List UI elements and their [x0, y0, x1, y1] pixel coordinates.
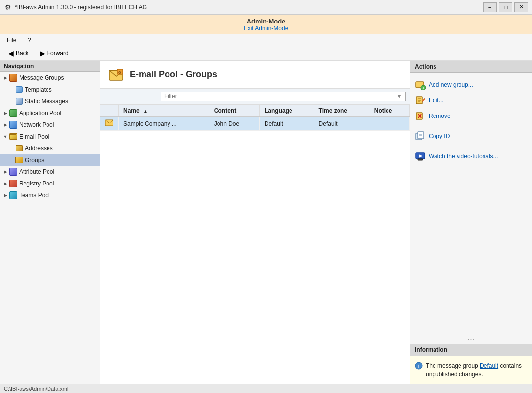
forward-button[interactable]: ▶ Forward: [35, 47, 73, 59]
attribute-pool-icon: [9, 167, 18, 176]
content-page-title: E-mail Pool - Groups: [130, 69, 217, 80]
sidebar-item-application-pool[interactable]: ▶ Application Pool: [0, 107, 100, 119]
templates-icon: [15, 85, 24, 94]
window-controls: − □ ✕: [483, 2, 528, 12]
sidebar-item-label-application-pool: Application Pool: [19, 110, 61, 116]
application-pool-icon: [9, 109, 18, 117]
sidebar-item-label-registry-pool: Registry Pool: [19, 180, 54, 187]
maximize-button[interactable]: □: [499, 2, 512, 12]
svg-rect-22: [418, 159, 423, 160]
back-button[interactable]: ◀ Back: [4, 47, 33, 59]
col-header-content[interactable]: Content: [209, 105, 259, 117]
menu-file[interactable]: File: [4, 36, 19, 45]
actions-header: Actions: [410, 61, 532, 73]
watch-tutorials-label[interactable]: Watch the video-tutorials...: [429, 153, 498, 160]
actions-list: + Add new group... Edit...: [410, 73, 532, 331]
sidebar: Navigation ▶ Message Groups ▶ Templates …: [0, 61, 100, 384]
action-add-new-group[interactable]: + Add new group...: [410, 77, 532, 92]
data-table-wrap: Name ▲ Content Language Time zone Notice: [100, 105, 410, 384]
filter-input[interactable]: [164, 93, 396, 100]
filter-dropdown-icon[interactable]: ▼: [396, 93, 402, 100]
close-button[interactable]: ✕: [514, 2, 528, 12]
sidebar-item-registry-pool[interactable]: ▶ Registry Pool: [0, 178, 100, 189]
filter-bar: ▼: [100, 89, 410, 105]
forward-label: Forward: [47, 50, 69, 57]
remove-icon: [415, 111, 426, 121]
message-groups-icon: [9, 73, 18, 82]
exit-admin-mode-link[interactable]: Exit Admin-Mode: [244, 25, 289, 32]
more-dots: ...: [410, 331, 532, 344]
row-language: Default: [259, 117, 314, 131]
sidebar-item-label-attribute-pool: Attribute Pool: [19, 168, 54, 175]
title-bar-left: ⚙ *IBI-aws Admin 1.30.0 - registered for…: [4, 3, 147, 11]
sidebar-item-static-messages[interactable]: ▶ Static Messages: [0, 95, 100, 107]
admin-mode-title: Admin-Mode: [0, 18, 532, 25]
expand-arrow-teams-pool: ▶: [2, 192, 9, 199]
col-header-name[interactable]: Name ▲: [119, 105, 209, 117]
status-bar: C:\IBI-aws\Admin\Data.xml: [0, 384, 532, 393]
info-icon: i: [415, 362, 423, 379]
edit-icon: [415, 95, 426, 106]
email-pool-icon: [9, 132, 18, 141]
right-panel: Actions + Add new group...: [410, 61, 532, 384]
sidebar-item-message-groups[interactable]: ▶ Message Groups: [0, 72, 100, 84]
forward-icon: ▶: [40, 49, 45, 57]
copy-id-label[interactable]: Copy ID: [429, 133, 450, 139]
info-text-before: The message group: [426, 362, 480, 369]
sidebar-item-label-templates: Templates: [25, 86, 52, 93]
col-header-timezone[interactable]: Time zone: [314, 105, 369, 117]
col-header-notice[interactable]: Notice: [369, 105, 409, 117]
sidebar-item-email-pool[interactable]: ▼ E-mail Pool: [0, 131, 100, 142]
main-layout: Navigation ▶ Message Groups ▶ Templates …: [0, 61, 532, 384]
sidebar-item-groups[interactable]: ▶ Groups: [0, 154, 100, 166]
groups-icon: [15, 156, 24, 164]
status-bar-path: C:\IBI-aws\Admin\Data.xml: [4, 386, 68, 392]
svg-text:i: i: [418, 363, 419, 369]
info-panel: Information i The message group Default …: [410, 344, 532, 384]
content-header-icon: G: [108, 67, 124, 82]
minimize-button[interactable]: −: [483, 2, 497, 12]
navigation-header: Navigation: [0, 61, 100, 72]
registry-pool-icon: [9, 179, 18, 188]
sidebar-item-label-message-groups: Message Groups: [19, 74, 64, 81]
expand-arrow-message-groups: ▶: [2, 74, 9, 81]
watch-tutorials-icon: [415, 151, 426, 162]
edit-label[interactable]: Edit...: [429, 97, 444, 104]
action-remove[interactable]: Remove: [410, 108, 532, 124]
admin-banner: Admin-Mode Exit Admin-Mode: [0, 15, 532, 34]
action-edit[interactable]: Edit...: [410, 92, 532, 108]
window-title: *IBI-aws Admin 1.30.0 - registered for I…: [15, 4, 147, 11]
action-watch-tutorials[interactable]: Watch the video-tutorials...: [410, 148, 532, 164]
menu-help[interactable]: ?: [25, 36, 34, 45]
add-new-group-label[interactable]: Add new group...: [429, 81, 473, 88]
row-email-icon: [105, 119, 113, 126]
sidebar-item-attribute-pool[interactable]: ▶ Attribute Pool: [0, 166, 100, 178]
sidebar-item-addresses[interactable]: ▶ Addresses: [0, 142, 100, 154]
row-name: Sample Company ...: [119, 117, 209, 131]
info-default-link[interactable]: Default: [480, 362, 498, 369]
content-area: G E-mail Pool - Groups ▼ Name ▲: [100, 61, 410, 384]
sidebar-item-label-groups: Groups: [25, 157, 44, 163]
sidebar-item-teams-pool[interactable]: ▶ Teams Pool: [0, 189, 100, 201]
menu-bar: File ?: [0, 34, 532, 46]
action-copy-id[interactable]: Copy ID: [410, 128, 532, 144]
table-row[interactable]: Sample Company ... John Doe Default Defa…: [100, 117, 410, 131]
copy-id-icon: [415, 131, 426, 141]
expand-arrow-email-pool: ▼: [2, 133, 9, 140]
app-icon: ⚙: [4, 3, 12, 11]
col-header-language[interactable]: Language: [259, 105, 314, 117]
sidebar-item-label-addresses: Addresses: [25, 145, 53, 152]
remove-label[interactable]: Remove: [429, 113, 451, 119]
sidebar-item-label-teams-pool: Teams Pool: [19, 192, 50, 199]
add-new-group-icon: +: [415, 79, 426, 90]
sidebar-item-label-network-pool: Network Pool: [19, 121, 54, 128]
row-timezone: Default: [314, 117, 369, 131]
title-bar: ⚙ *IBI-aws Admin 1.30.0 - registered for…: [0, 0, 532, 15]
svg-text:G: G: [118, 71, 121, 74]
sidebar-item-templates[interactable]: ▶ Templates: [0, 84, 100, 95]
col-header-checkbox[interactable]: [100, 105, 119, 117]
svg-text:+: +: [422, 86, 425, 91]
sidebar-item-network-pool[interactable]: ▶ Network Pool: [0, 119, 100, 131]
sidebar-item-label-static-messages: Static Messages: [25, 98, 68, 105]
sort-arrow-name: ▲: [143, 108, 148, 114]
